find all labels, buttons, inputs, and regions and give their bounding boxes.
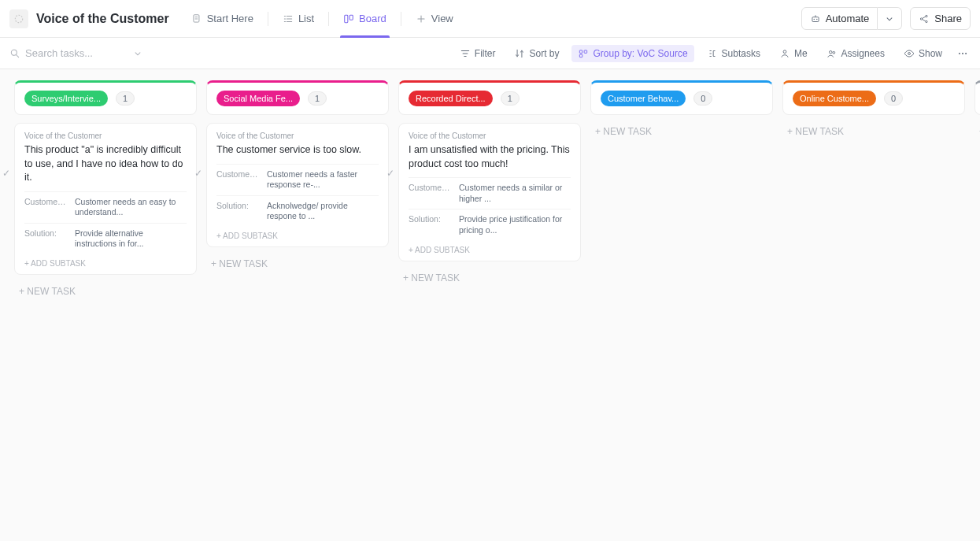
card-field-row: Solution:Provide price justification for… [409, 209, 571, 240]
filter-button[interactable]: Filter [453, 45, 502, 62]
app-logo [9, 9, 28, 28]
svg-point-10 [11, 50, 17, 55]
logo-icon [13, 13, 24, 24]
column-header[interactable]: Di... [974, 80, 980, 115]
column-header[interactable]: Customer Behav...0 [590, 80, 773, 115]
share-icon [919, 13, 930, 24]
card-field-label: Solution: [409, 214, 453, 235]
column-header[interactable]: Recorded Direct...1 [398, 80, 581, 115]
check-icon: ✓ [194, 168, 202, 179]
card-field-value: Customer needs a similar or higher ... [459, 183, 571, 204]
board-column: Recorded Direct...1✓Voice of the Custome… [398, 80, 581, 287]
add-subtask-button[interactable]: + ADD SUBTASK [409, 241, 571, 256]
tab-separator [268, 12, 268, 26]
tab-add-view[interactable]: View [406, 0, 463, 38]
add-subtask-button[interactable]: + ADD SUBTASK [24, 254, 187, 269]
sort-button[interactable]: Sort by [508, 45, 565, 62]
more-button[interactable] [955, 45, 971, 62]
card-space-label: Voice of the Customer [409, 132, 571, 140]
board-column: Di...+ N [974, 80, 980, 140]
svg-rect-1 [194, 14, 199, 21]
group-button[interactable]: Group by: VoC Source [571, 45, 693, 62]
card-field-row: Solution:Provide alternative instruction… [24, 223, 187, 254]
doc-icon [191, 13, 202, 24]
topbar: Voice of the Customer Start Here List Bo… [0, 0, 980, 38]
automate-group: Automate [797, 7, 903, 30]
subtasks-button[interactable]: Subtasks [701, 45, 767, 62]
new-task-button[interactable]: + NEW TASK [398, 269, 581, 287]
column-count: 1 [308, 91, 327, 106]
people-icon [827, 48, 838, 59]
column-count: 0 [884, 91, 903, 106]
automate-label: Automate [826, 13, 870, 24]
person-icon [779, 48, 790, 59]
card-field-label: Solution: [216, 201, 261, 222]
column-count: 1 [501, 91, 520, 106]
card-title: I am unsatisfied with the pricing. This … [409, 143, 571, 171]
task-card[interactable]: ✓Voice of the CustomerThe customer servi… [206, 123, 389, 247]
share-button[interactable]: Share [910, 7, 971, 30]
column-badge: Online Custome... [793, 91, 876, 106]
board-column: Social Media Fe...1✓Voice of the Custome… [206, 80, 389, 272]
svg-point-15 [829, 50, 832, 54]
svg-point-8 [926, 15, 927, 17]
svg-point-5 [813, 18, 815, 20]
svg-rect-12 [585, 50, 588, 52]
tab-list[interactable]: List [273, 0, 324, 38]
column-header[interactable]: Surveys/Intervie...1 [14, 80, 197, 115]
card-field-value: Provide price justification for pricing … [459, 214, 571, 235]
tab-board[interactable]: Board [334, 0, 396, 38]
group-icon [578, 48, 589, 59]
group-label: Group by: VoC Source [593, 48, 687, 59]
filter-icon [460, 48, 471, 59]
card-field-value: Acknolwedge/ provide respone to ... [267, 201, 379, 222]
page-title: Voice of the Customer [36, 12, 169, 26]
chevron-down-icon[interactable] [132, 48, 143, 59]
new-task-button[interactable]: + NEW TASK [782, 123, 965, 140]
new-task-button[interactable]: + NEW TASK [206, 255, 389, 272]
svg-rect-4 [812, 17, 819, 21]
sort-icon [514, 48, 525, 59]
search-input[interactable] [25, 47, 128, 59]
board-column: Customer Behav...0+ NEW TASK [590, 80, 773, 140]
new-task-button[interactable]: + NEW TASK [590, 123, 773, 140]
column-header[interactable]: Social Media Fe...1 [206, 80, 389, 115]
svg-point-19 [962, 52, 963, 54]
automate-dropdown[interactable] [878, 7, 902, 30]
tab-label: View [431, 13, 453, 24]
card-field-label: Customer ... [24, 197, 68, 218]
svg-point-14 [783, 50, 786, 53]
svg-rect-11 [580, 50, 583, 52]
svg-point-17 [908, 52, 911, 54]
column-badge: Customer Behav... [601, 91, 686, 106]
chevron-down-icon [884, 13, 895, 24]
me-button[interactable]: Me [773, 45, 814, 62]
column-badge: Recorded Direct... [409, 91, 493, 106]
svg-point-0 [15, 15, 22, 22]
new-task-button[interactable]: + N [974, 123, 980, 140]
new-task-button[interactable]: + NEW TASK [14, 283, 197, 300]
show-label: Show [919, 48, 942, 59]
card-field-value: Customer needs a faster response re-... [267, 169, 379, 191]
add-subtask-button[interactable]: + ADD SUBTASK [216, 227, 379, 242]
card-field-value: Provide alternative instructions in for.… [75, 228, 187, 250]
tab-label: Board [359, 13, 386, 24]
task-card[interactable]: ✓Voice of the CustomerThis product "a" i… [14, 123, 197, 275]
tab-start-here[interactable]: Start Here [182, 0, 263, 38]
tab-label: List [298, 13, 314, 24]
card-field-label: Solution: [24, 228, 68, 250]
subtasks-icon [707, 48, 718, 59]
show-button[interactable]: Show [897, 45, 949, 62]
automate-button[interactable]: Automate [801, 7, 878, 30]
column-header[interactable]: Online Custome...0 [782, 80, 965, 115]
plus-icon [416, 13, 427, 24]
task-card[interactable]: ✓Voice of the CustomerI am unsatisfied w… [398, 123, 581, 261]
board-icon [343, 13, 354, 24]
card-field-row: Customer ...Customer needs a faster resp… [216, 164, 379, 195]
me-label: Me [794, 48, 808, 59]
column-badge: Surveys/Intervie... [24, 91, 108, 106]
card-title: This product "a" is incredibly difficult… [24, 143, 187, 185]
svg-point-20 [965, 52, 967, 54]
robot-icon [810, 13, 821, 24]
assignees-button[interactable]: Assignees [820, 45, 891, 62]
